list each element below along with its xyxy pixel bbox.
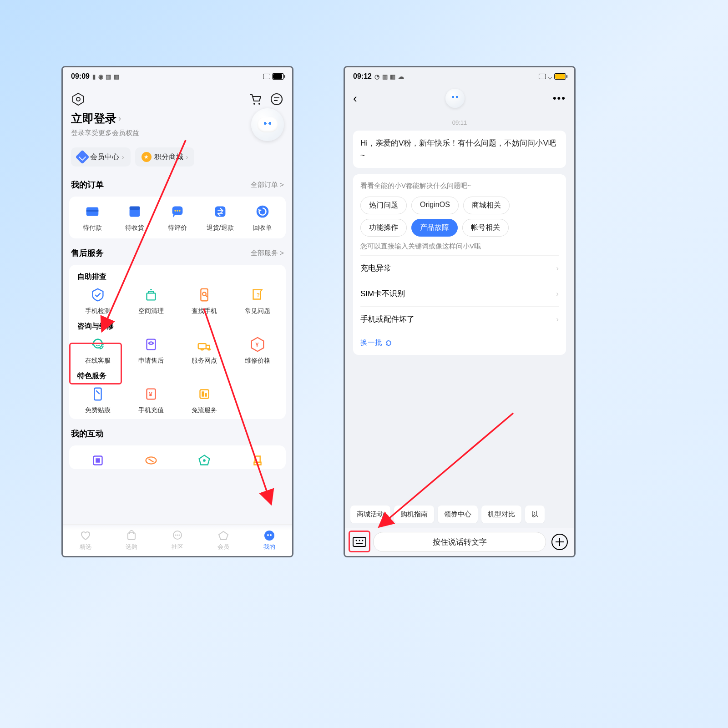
message-icon[interactable] bbox=[269, 92, 284, 106]
tag-originos[interactable]: OriginOS bbox=[411, 197, 459, 214]
svg-point-55 bbox=[359, 540, 360, 541]
online-service[interactable]: 在线客服 bbox=[71, 336, 124, 365]
tag-product-fault[interactable]: 产品故障 bbox=[411, 219, 458, 237]
plus-button[interactable] bbox=[551, 534, 568, 550]
svg-rect-8 bbox=[86, 210, 98, 212]
chevron-right-icon: › bbox=[118, 114, 121, 123]
svg-point-1 bbox=[76, 97, 80, 101]
settings-hex-icon[interactable] bbox=[71, 92, 86, 106]
svg-point-49 bbox=[267, 534, 269, 536]
chat-timestamp: 09:11 bbox=[353, 119, 566, 126]
login-button[interactable]: 立即登录 › bbox=[71, 111, 121, 126]
service-all-link[interactable]: 全部服务 > bbox=[251, 249, 284, 258]
svg-rect-15 bbox=[215, 207, 225, 217]
tag-hot[interactable]: 热门问题 bbox=[360, 197, 407, 214]
svg-point-50 bbox=[270, 534, 272, 536]
svg-point-45 bbox=[177, 535, 178, 536]
svg-text:¥: ¥ bbox=[255, 341, 259, 348]
special-title: 特色服务 bbox=[71, 369, 284, 385]
tag-account[interactable]: 帐号相关 bbox=[462, 219, 509, 237]
qchip-coupon[interactable]: 领券中心 bbox=[438, 506, 478, 523]
order-pending-receive[interactable]: 待收货 bbox=[114, 203, 157, 232]
keyboard-toggle-icon[interactable] bbox=[351, 534, 368, 550]
free-data[interactable]: 免流服务 bbox=[177, 385, 231, 415]
svg-point-48 bbox=[264, 531, 274, 541]
qchip-more[interactable]: 以 bbox=[525, 506, 545, 523]
consult-title: 咨询与维修 bbox=[71, 319, 284, 336]
free-film[interactable]: 免费贴膜 bbox=[71, 385, 124, 415]
interact-title: 我的互动 bbox=[71, 428, 104, 439]
tab-community[interactable]: 社区 bbox=[155, 525, 201, 556]
order-refund[interactable]: 退货/退款 bbox=[199, 203, 242, 232]
qchip-buy-guide[interactable]: 购机指南 bbox=[394, 506, 434, 523]
space-clean[interactable]: 空间清理 bbox=[124, 286, 177, 315]
status-bar: 09:12 ◔ ▥ ▥ ☁ ⌵ bbox=[345, 67, 574, 86]
svg-text:?: ? bbox=[257, 292, 260, 298]
star-icon bbox=[142, 152, 152, 162]
topic-tags: 热门问题 OriginOS 商城相关 功能操作 产品故障 帐号相关 bbox=[360, 197, 559, 237]
tab-mine[interactable]: 我的 bbox=[246, 525, 292, 556]
tab-featured[interactable]: 精选 bbox=[63, 525, 109, 556]
interact-section-head: 我的互动 bbox=[63, 423, 292, 442]
svg-line-39 bbox=[148, 459, 153, 462]
service-title: 售后服务 bbox=[71, 248, 104, 258]
chat-avatar-icon[interactable] bbox=[445, 89, 465, 108]
more-icon[interactable]: ••• bbox=[553, 92, 566, 104]
points-mall-chip[interactable]: 积分商城 › bbox=[135, 147, 195, 167]
interact-1[interactable] bbox=[71, 452, 124, 469]
tag-mall[interactable]: 商城相关 bbox=[463, 197, 510, 214]
wifi-icon: ⌵ bbox=[548, 72, 552, 81]
svg-rect-17 bbox=[147, 293, 155, 300]
svg-line-20 bbox=[205, 295, 207, 297]
svg-marker-0 bbox=[73, 93, 84, 105]
phone-recharge[interactable]: ¥手机充值 bbox=[124, 385, 177, 415]
svg-point-54 bbox=[356, 540, 357, 541]
qchip-mall[interactable]: 商城活动 bbox=[350, 506, 390, 523]
apply-aftersale[interactable]: 申请售后 bbox=[124, 336, 177, 365]
list-charging[interactable]: 充电异常› bbox=[360, 255, 559, 281]
tab-shop[interactable]: 选购 bbox=[109, 525, 155, 556]
interact-4[interactable] bbox=[231, 452, 284, 469]
interact-3[interactable] bbox=[177, 452, 231, 469]
svg-rect-42 bbox=[128, 533, 135, 540]
order-pending-review[interactable]: 待评价 bbox=[156, 203, 199, 232]
tab-member[interactable]: 会员 bbox=[200, 525, 246, 556]
cart-icon[interactable] bbox=[248, 92, 263, 106]
faq[interactable]: ?常见问题 bbox=[231, 286, 284, 315]
chat-header: ‹ ••• bbox=[345, 86, 574, 111]
service-section-head: 售后服务 全部服务 > bbox=[63, 242, 292, 261]
chevron-right-icon: › bbox=[556, 289, 559, 298]
repair-price[interactable]: ¥维修价格 bbox=[231, 336, 284, 365]
orders-section-head: 我的订单 全部订单 > bbox=[63, 174, 292, 193]
orders-all-link[interactable]: 全部订单 > bbox=[251, 181, 284, 189]
order-recycle[interactable]: 回收单 bbox=[241, 203, 284, 232]
chat-input-bar: 按住说话转文字 bbox=[345, 528, 574, 556]
voice-input[interactable]: 按住说话转文字 bbox=[373, 532, 546, 552]
battery-icon bbox=[272, 73, 284, 80]
list-sim[interactable]: SIM卡不识别› bbox=[360, 281, 559, 306]
find-phone[interactable]: 查找手机 bbox=[177, 286, 231, 315]
refresh-button[interactable]: 换一批 bbox=[360, 338, 392, 348]
svg-point-41 bbox=[203, 459, 206, 462]
tag-function[interactable]: 功能操作 bbox=[360, 219, 407, 237]
svg-point-24 bbox=[99, 343, 100, 344]
svg-point-13 bbox=[177, 210, 178, 212]
interact-card bbox=[69, 445, 286, 469]
interact-2[interactable] bbox=[124, 452, 177, 469]
service-point[interactable]: 服务网点 bbox=[177, 336, 231, 365]
phone-right: 09:12 ◔ ▥ ▥ ☁ ⌵ ‹ ••• 09:11 Hi，亲爱的V粉，新年快… bbox=[344, 66, 576, 557]
service-card: 自助排查 手机检测 空间清理 查找手机 ?常见问题 咨询与维修 在线客服 申请售… bbox=[69, 265, 286, 419]
quick-reply-chips: 商城活动 购机指南 领券中心 机型对比 以 bbox=[345, 506, 574, 523]
phone-check[interactable]: 手机检测 bbox=[71, 286, 124, 315]
phone-left: 09:09 ▮ ◉ ▥ ▥ 立即登录 › 登录享受更多会员权益 bbox=[61, 66, 293, 557]
svg-point-23 bbox=[95, 343, 96, 344]
order-pending-pay[interactable]: 待付款 bbox=[71, 203, 114, 232]
topics-card: 看看全能的小V都能解决什么问题吧~ 热门问题 OriginOS 商城相关 功能操… bbox=[353, 174, 566, 355]
keyword-hint: 您可以直接输入关键词或像这样问小V哦 bbox=[360, 242, 559, 251]
avatar-robot-icon[interactable] bbox=[251, 108, 284, 141]
list-broken[interactable]: 手机或配件坏了› bbox=[360, 306, 559, 332]
battery-icon bbox=[554, 73, 566, 80]
qchip-compare[interactable]: 机型对比 bbox=[481, 506, 521, 523]
member-center-chip[interactable]: 会员中心 › bbox=[71, 147, 131, 167]
back-button[interactable]: ‹ bbox=[353, 91, 357, 106]
